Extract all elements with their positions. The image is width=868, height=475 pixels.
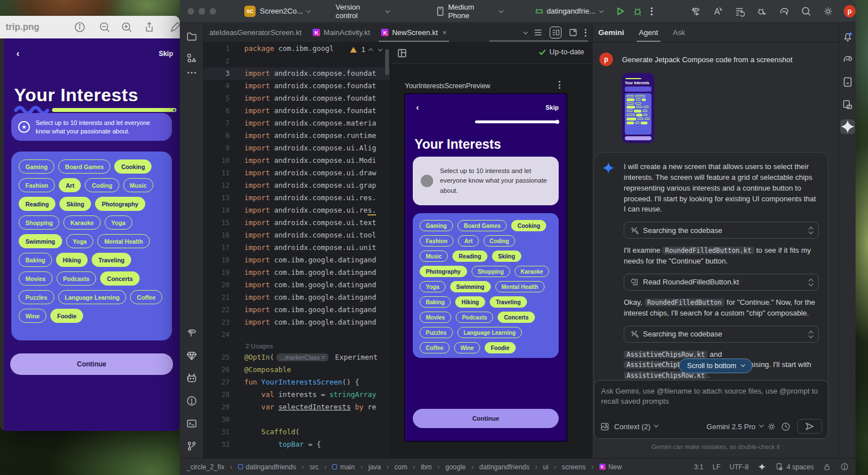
more-tool-windows-icon[interactable] bbox=[187, 72, 196, 83]
code-line[interactable]: 14import androidx.compose.ui.res. bbox=[204, 204, 390, 217]
file-encoding[interactable]: UTF-8 bbox=[729, 463, 749, 471]
code-line[interactable]: 4import androidx.compose.foundat bbox=[204, 80, 390, 92]
ai-assistant-status-icon[interactable] bbox=[758, 463, 766, 471]
breadcrumb-item[interactable]: datingandfriends bbox=[480, 463, 530, 471]
code-line[interactable]: 30 bbox=[204, 413, 390, 426]
breadcrumb-item[interactable]: _circle_2_fix bbox=[187, 463, 224, 471]
window-zoom-button[interactable] bbox=[210, 8, 216, 15]
history-icon[interactable] bbox=[781, 422, 791, 431]
context-selector[interactable]: Context (2) bbox=[614, 422, 657, 431]
code-line[interactable]: 3import androidx.compose.foundat bbox=[204, 67, 390, 80]
code-line[interactable]: 23import com.ibm.google.datingand bbox=[204, 316, 390, 329]
code-line[interactable]: 22import com.ibm.google.datingand bbox=[204, 304, 390, 316]
code-line[interactable]: 8import androidx.compose.runtime bbox=[204, 129, 390, 142]
error-highlight-icon[interactable] bbox=[840, 463, 849, 471]
refactor-icon[interactable] bbox=[712, 6, 723, 17]
notifications-icon[interactable] bbox=[842, 31, 853, 42]
indent-config[interactable]: 4 spaces bbox=[775, 463, 814, 471]
gemini-action-card[interactable]: Read RoundedFilledButton.kt bbox=[624, 274, 819, 291]
window-close-button[interactable] bbox=[188, 8, 194, 15]
device-selector[interactable]: Medium Phone bbox=[448, 3, 502, 20]
code-line[interactable]: 16import androidx.compose.ui.tool bbox=[204, 229, 390, 241]
editor-scrollbar[interactable] bbox=[385, 49, 389, 75]
preview-layout-icon[interactable] bbox=[396, 48, 408, 59]
user-avatar[interactable]: p bbox=[844, 5, 856, 18]
layout-inspector-icon[interactable] bbox=[842, 99, 853, 110]
code-line[interactable]: 31 Scaffold( bbox=[204, 426, 390, 438]
code-line[interactable]: 26@Composable bbox=[204, 364, 390, 376]
caret-position[interactable]: 3:1 bbox=[694, 463, 703, 471]
code-line[interactable]: 28 val interests = stringArray bbox=[204, 388, 390, 401]
git-branch-icon[interactable] bbox=[186, 441, 197, 452]
code-line[interactable]: 19import com.ibm.google.datingand bbox=[204, 266, 390, 279]
code-line[interactable]: 6import androidx.compose.foundat bbox=[204, 105, 390, 117]
breadcrumb-item[interactable]: ibm bbox=[421, 463, 431, 471]
code-line[interactable]: 15import androidx.compose.ui.text bbox=[204, 217, 390, 229]
code-line[interactable]: 9import androidx.compose.ui.Alig bbox=[204, 142, 390, 154]
build-icon[interactable] bbox=[690, 6, 701, 17]
code-line[interactable]: 7import androidx.compose.materia bbox=[204, 117, 390, 129]
readonly-lock-icon[interactable] bbox=[823, 463, 831, 471]
breadcrumb-item[interactable]: ui bbox=[543, 463, 548, 471]
editor-view-mode-design-icon[interactable] bbox=[568, 28, 578, 37]
expand-collapse-icon[interactable] bbox=[809, 279, 813, 285]
gemini-action-card[interactable]: Searching the codebase bbox=[624, 326, 819, 343]
info-icon[interactable] bbox=[74, 21, 85, 33]
editor-view-mode-code-icon[interactable] bbox=[533, 28, 543, 37]
expand-collapse-icon[interactable] bbox=[809, 227, 813, 233]
editor-tab[interactable]: ateIdeasGeneratorScreen.kt bbox=[204, 23, 307, 42]
zoom-in-icon[interactable] bbox=[121, 21, 132, 33]
previous-problem-icon[interactable] bbox=[368, 48, 373, 53]
code-editor[interactable]: 1package com.ibm.googl23import androidx.… bbox=[204, 42, 390, 458]
breadcrumb-item[interactable]: screens bbox=[562, 463, 586, 471]
zoom-out-icon[interactable] bbox=[99, 21, 110, 33]
code-line[interactable]: 27fun YourInterestsScreen() { bbox=[204, 376, 390, 388]
code-line[interactable]: 20import com.ibm.google.datingand bbox=[204, 279, 390, 291]
build-tool-icon[interactable] bbox=[186, 327, 197, 339]
run-configuration-selector[interactable]: datingandfrie... bbox=[547, 7, 602, 15]
gemini-settings-icon[interactable] bbox=[767, 422, 776, 431]
code-line[interactable]: 24 bbox=[204, 329, 390, 341]
next-problem-icon[interactable] bbox=[378, 46, 382, 51]
scroll-to-bottom-button[interactable]: Scroll to bottom bbox=[679, 359, 753, 373]
code-line[interactable]: 32 topBar = { bbox=[204, 438, 390, 451]
code-line[interactable]: 25@OptIn(...markerClass = Experiment bbox=[204, 351, 390, 364]
preview-composable-name[interactable]: YourInterestsScreenPreview bbox=[405, 82, 490, 90]
code-line[interactable]: 5import androidx.compose.foundat bbox=[204, 92, 390, 105]
code-line[interactable]: 2 bbox=[204, 55, 390, 67]
breadcrumb-item[interactable]: src bbox=[309, 463, 318, 471]
app-quality-insights-icon[interactable] bbox=[186, 350, 197, 361]
running-devices-icon[interactable] bbox=[842, 76, 853, 88]
code-line[interactable]: 11import androidx.compose.ui.draw bbox=[204, 167, 390, 179]
debug-icon[interactable] bbox=[632, 6, 643, 17]
code-line[interactable]: 21import com.ibm.google.datingand bbox=[204, 291, 390, 304]
inspection-widget[interactable]: 1 bbox=[347, 45, 385, 55]
preview-options-icon[interactable] bbox=[559, 81, 560, 89]
breadcrumb-item[interactable]: main bbox=[332, 463, 355, 471]
send-button[interactable] bbox=[797, 419, 822, 434]
breadcrumb-item[interactable]: datingandfriends bbox=[238, 463, 296, 471]
code-line[interactable]: 12import androidx.compose.ui.grap bbox=[204, 179, 390, 192]
model-selector[interactable]: Gemini 2.5 Pro bbox=[706, 422, 762, 431]
gradle-tool-icon[interactable] bbox=[842, 54, 853, 65]
code-line[interactable]: 17import androidx.compose.ui.unit bbox=[204, 241, 390, 254]
terminal-icon[interactable] bbox=[186, 418, 197, 429]
attach-image-icon[interactable] bbox=[600, 422, 610, 431]
breadcrumb-item[interactable]: KNew bbox=[599, 463, 622, 471]
breadcrumb-item[interactable]: java bbox=[368, 463, 381, 471]
expand-collapse-icon[interactable] bbox=[809, 331, 813, 337]
search-everywhere-icon[interactable] bbox=[801, 6, 811, 17]
gemini-action-card[interactable]: Searching the codebase bbox=[624, 222, 819, 239]
gemini-tab-agent[interactable]: Agent bbox=[639, 23, 658, 42]
more-run-options-icon[interactable] bbox=[651, 7, 653, 15]
window-minimize-button[interactable] bbox=[198, 8, 205, 15]
editor-tab[interactable]: KMainActivity.kt bbox=[307, 23, 375, 42]
code-line[interactable]: 18import com.ibm.google.datingand bbox=[204, 254, 390, 266]
restore-actions-icon[interactable] bbox=[734, 6, 745, 17]
vcs-widget[interactable]: Version control bbox=[335, 3, 388, 20]
logcat-icon[interactable] bbox=[186, 373, 197, 384]
settings-icon[interactable] bbox=[823, 6, 834, 17]
hidden-tabs-icon[interactable] bbox=[523, 29, 528, 34]
code-line[interactable]: 29 var selectedInterests by re bbox=[204, 401, 390, 413]
usages-hint[interactable]: 2 Usages bbox=[204, 341, 390, 351]
